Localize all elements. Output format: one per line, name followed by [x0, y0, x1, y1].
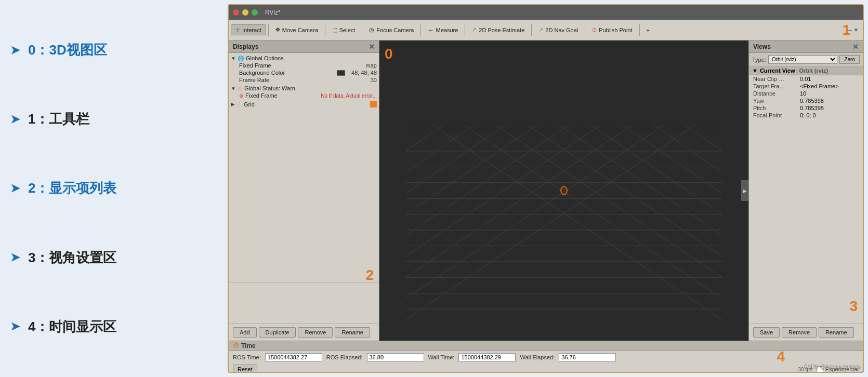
plus-button[interactable] [642, 25, 654, 35]
view-row-pitch[interactable]: Pitch 0.785398 [749, 104, 863, 112]
move-camera-button[interactable]: Move Camera [271, 24, 323, 35]
measure-button[interactable]: Measure [423, 25, 463, 35]
interact-button[interactable]: Interact [231, 24, 266, 35]
view-row-focalpoint[interactable]: Focal Point 0; 0; 0 [749, 112, 863, 119]
interact-icon [235, 26, 240, 33]
views-remove-btn[interactable]: Remove [782, 327, 817, 338]
rename-button[interactable]: Rename [335, 327, 370, 338]
focalpoint-value: 0; 0; 0 [800, 112, 816, 118]
wall-elapsed-label: Wall Elapsed: [520, 354, 555, 360]
annotation-item-0: ➤ 0：3D视图区 [10, 41, 213, 59]
ros-time-input[interactable] [265, 353, 322, 361]
arrow-icon-1: ➤ [10, 113, 20, 126]
wall-elapsed-input[interactable] [559, 353, 616, 361]
global-status-row[interactable]: ▼ ⚠ Global Status: Warn [229, 85, 379, 92]
toolbar-sep-3 [362, 24, 362, 36]
frame-rate-value: 30 [371, 77, 377, 83]
max-btn[interactable] [252, 9, 258, 16]
rviz-window: RViz* Interact Move Camera Select Focus … [228, 4, 864, 373]
view-row-yaw[interactable]: Yaw 0.785398 [749, 97, 863, 104]
global-status-arrow: ▼ [231, 86, 236, 91]
annotation-text-4: 4：时间显示区 [28, 318, 116, 336]
displays-close-btn[interactable]: ✕ [369, 43, 375, 51]
global-options-row[interactable]: ▼ 🌐 Global Options [229, 55, 379, 62]
global-options-label: Global Options [246, 55, 377, 61]
remove-button[interactable]: Remove [298, 327, 333, 338]
title-bar: RViz* [229, 5, 863, 20]
views-tree: ▼ Current View Orbit (rviz) Near Clip … … [749, 66, 863, 324]
views-buttons: Save Remove Rename [749, 324, 863, 341]
annotation-text-0: 0：3D视图区 [28, 41, 107, 59]
views-type-select[interactable]: Orbit (rviz) [768, 55, 838, 64]
grid-item: ▶ ⋮ Grid [229, 100, 379, 109]
arrow-icon-0: ➤ [10, 44, 20, 57]
add-button[interactable]: Add [233, 327, 257, 338]
views-number: 3 [849, 298, 858, 315]
annotation-text-3: 3：视角设置区 [28, 249, 116, 267]
publish-point-button[interactable]: Publish Point [587, 24, 637, 35]
2d-nav-icon [538, 26, 543, 33]
global-status-label: Global Status: Warn [244, 85, 377, 91]
annotation-item-4: ➤ 4：时间显示区 [10, 318, 213, 336]
viewport-3d[interactable]: 0 ▶ [379, 41, 748, 341]
targetframe-label: Target Fra… [753, 83, 800, 89]
warning-icon: ⚠ [238, 86, 242, 91]
collapse-arrow[interactable]: ▶ [741, 180, 748, 201]
time-panel: ⏱ Time ROS Time: ROS Elapsed: Wall Time:… [229, 341, 863, 372]
views-save-btn[interactable]: Save [753, 327, 780, 338]
bg-color-row[interactable]: Background Color 48; 48; 48 [237, 69, 379, 76]
view-row-nearclip[interactable]: Near Clip … 0.01 [749, 75, 863, 83]
error-icon: ⊗ [239, 93, 243, 99]
views-type-label: Type: [752, 57, 766, 63]
time-icon: ⏱ [233, 342, 239, 349]
2d-pose-button[interactable]: 2D Pose Estimate [467, 24, 529, 35]
toolbar-number: 1 [842, 22, 850, 38]
arrow-icon-3: ➤ [10, 251, 20, 264]
grid-checkbox[interactable] [370, 101, 377, 107]
2d-nav-button[interactable]: 2D Nav Goal [534, 24, 583, 35]
view-row-distance[interactable]: Distance 10 [749, 90, 863, 97]
select-button[interactable]: Select [327, 24, 360, 35]
toolbar-sep-7 [585, 24, 585, 36]
views-zero-btn[interactable]: Zero [839, 55, 860, 64]
status-fixed-frame-row[interactable]: ⊗ Fixed Frame No tf data. Actual error..… [237, 92, 379, 99]
annotation-item-1: ➤ 1：工具栏 [10, 110, 213, 128]
min-btn[interactable] [242, 9, 248, 16]
global-status-item: ▼ ⚠ Global Status: Warn ⊗ Fixed Frame No… [229, 84, 379, 100]
toolbar: Interact Move Camera Select Focus Camera… [229, 20, 863, 41]
duplicate-button[interactable]: Duplicate [259, 327, 296, 338]
views-panel: Views ✕ Type: Orbit (rviz) Zero ▼ Curren… [748, 41, 863, 341]
focus-camera-button[interactable]: Focus Camera [364, 24, 418, 35]
nearclip-value: 0.01 [800, 76, 811, 82]
view-row-targetframe[interactable]: Target Fra… <Fixed Frame> [749, 83, 863, 90]
frame-rate-row[interactable]: Frame Rate 30 [237, 76, 379, 84]
bg-color-label: Background Color [239, 70, 337, 76]
current-view-label: Current View [760, 68, 795, 74]
fixed-frame-row[interactable]: Fixed Frame map [237, 62, 379, 69]
distance-value: 10 [800, 90, 806, 97]
views-close-btn[interactable]: ✕ [852, 43, 859, 51]
current-view-arrow: ▼ [752, 68, 758, 74]
viewport-number: 0 [385, 46, 393, 62]
wall-time-input[interactable] [458, 353, 516, 361]
toolbar-sep-4 [420, 24, 421, 36]
svg-point-31 [561, 187, 567, 194]
focalpoint-label: Focal Point [753, 112, 800, 118]
views-panel-header: Views ✕ [749, 41, 863, 53]
displays-number: 2 [365, 267, 374, 284]
ros-elapsed-input[interactable] [367, 353, 424, 361]
ros-time-label: ROS Time: [233, 354, 261, 360]
grid-arrow: ▶ [231, 101, 235, 107]
grid-row[interactable]: ▶ ⋮ Grid [229, 100, 379, 108]
views-rename-btn[interactable]: Rename [819, 327, 854, 338]
time-header: ⏱ Time [229, 341, 863, 351]
global-options-arrow: ▼ [231, 56, 236, 61]
annotation-item-2: ➤ 2：显示项列表 [10, 179, 213, 197]
views-title: Views [753, 43, 771, 50]
globe-icon: 🌐 [238, 56, 244, 61]
publish-icon [592, 26, 597, 33]
global-options-item: ▼ 🌐 Global Options Fixed Frame map Backg… [229, 54, 379, 84]
time-reset-btn[interactable]: Reset [233, 365, 257, 373]
close-btn[interactable] [233, 9, 239, 16]
annotation-panel: ➤ 0：3D视图区 ➤ 1：工具栏 ➤ 2：显示项列表 ➤ 3：视角设置区 ➤ … [0, 0, 223, 377]
